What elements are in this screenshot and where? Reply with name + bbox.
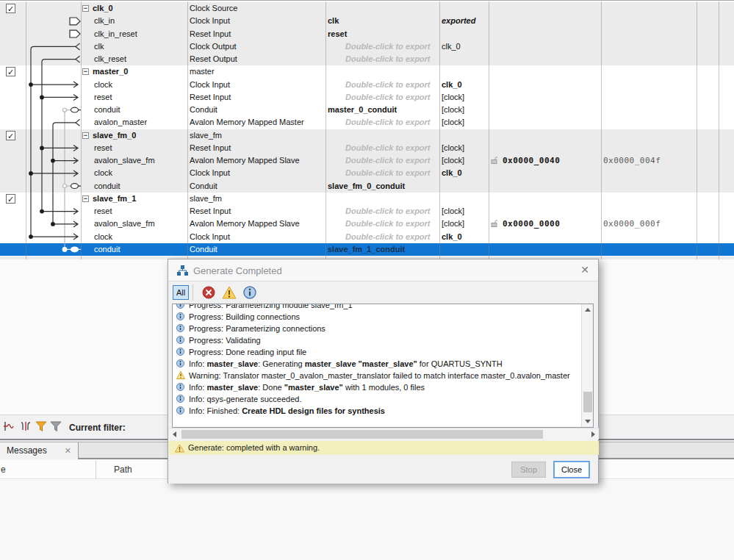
scroll-right-icon[interactable] <box>591 431 595 437</box>
horizontal-scrollbar[interactable] <box>169 428 599 439</box>
message-row[interactable]: Info: Finished: Create HDL design files … <box>173 405 581 417</box>
export-cell[interactable]: Double-click to export <box>328 40 438 53</box>
message-row[interactable]: Progress: Parameterizing module slave_fm… <box>173 304 581 311</box>
export-cell[interactable]: Double-click to export <box>328 231 438 243</box>
export-cell[interactable]: Double-click to export <box>328 79 438 91</box>
include-checkbox[interactable]: ✓ <box>6 67 15 76</box>
filter-all-button[interactable]: All <box>173 285 189 300</box>
base-address-cell[interactable]: 0x0000_0040 <box>491 154 600 167</box>
message-row[interactable]: Progress: Building connections <box>173 311 581 323</box>
clock-cell[interactable]: clk_0 <box>442 40 487 53</box>
table-row[interactable]: clk_in_resetReset Inputreset <box>0 28 734 40</box>
close-button[interactable]: Close <box>553 461 590 478</box>
export-cell[interactable]: clk <box>328 15 438 27</box>
message-row[interactable]: Info: qsys-generate succeeded. <box>173 393 581 405</box>
table-row[interactable]: ✓−slave_fm_1slave_fm <box>0 193 734 205</box>
filter-errors-icon[interactable] <box>201 284 217 301</box>
table-row[interactable]: avalon_slave_fmAvalon Memory Mapped Slav… <box>0 154 734 167</box>
table-row[interactable]: clockClock InputDouble-click to exportcl… <box>0 79 734 91</box>
export-cell[interactable]: Double-click to export <box>328 205 438 218</box>
export-cell[interactable] <box>328 2 438 15</box>
clock-cell[interactable]: exported <box>442 15 487 27</box>
clock-cell[interactable]: clk_0 <box>442 231 487 243</box>
export-cell[interactable]: Double-click to export <box>328 142 438 154</box>
table-row[interactable]: avalon_masterAvalon Memory Mapped Master… <box>0 116 734 129</box>
collapse-toggle-icon[interactable]: − <box>82 132 89 139</box>
export-cell[interactable]: Double-click to export <box>328 116 438 129</box>
clock-cell[interactable]: [clock] <box>442 218 487 230</box>
export-cell[interactable]: master_0_conduit <box>328 104 438 116</box>
filter-info-icon[interactable] <box>242 284 258 301</box>
table-row[interactable]: avalon_slave_fmAvalon Memory Mapped Slav… <box>0 218 734 230</box>
export-cell[interactable] <box>328 129 438 142</box>
table-row[interactable]: resetReset InputDouble-click to export[c… <box>0 205 734 218</box>
clock-cell[interactable]: [clock] <box>442 104 487 116</box>
clock-cell[interactable] <box>442 53 487 65</box>
dialog-message-list[interactable]: Progress: Parameterizing module slave_fm… <box>172 304 594 428</box>
tab-close-icon[interactable]: ✕ <box>65 442 71 459</box>
export-cell[interactable]: slave_fm_0_conduit <box>328 180 438 193</box>
message-row[interactable]: Progress: Parameterizing connections <box>173 323 581 334</box>
clock-cell[interactable] <box>442 193 487 205</box>
message-row[interactable]: Warning: Translator master_0_avalon_mast… <box>173 370 581 381</box>
filter-funnel-clear-icon[interactable] <box>50 421 62 432</box>
clock-cell[interactable] <box>442 180 487 193</box>
filter-warnings-icon[interactable] <box>221 284 237 301</box>
tab-messages[interactable]: Messages ✕ <box>0 442 79 459</box>
signal-filter-icon-2[interactable] <box>19 420 32 433</box>
export-cell[interactable]: slave_fm_1_conduit <box>328 243 438 256</box>
vertical-scrollbar[interactable] <box>581 304 593 427</box>
clock-cell[interactable]: [clock] <box>442 142 487 154</box>
include-checkbox[interactable]: ✓ <box>6 194 15 204</box>
message-row[interactable]: Info: master_slave: Generating master_sl… <box>173 358 581 370</box>
export-cell[interactable] <box>328 65 438 78</box>
clock-cell[interactable] <box>442 28 487 40</box>
collapse-toggle-icon[interactable]: − <box>82 68 89 75</box>
export-cell[interactable]: Double-click to export <box>328 218 438 230</box>
table-row[interactable]: clkClock OutputDouble-click to exportclk… <box>0 40 734 53</box>
collapse-toggle-icon[interactable]: − <box>82 195 89 202</box>
clock-cell[interactable]: clk_0 <box>442 167 487 179</box>
clock-cell[interactable] <box>442 243 487 256</box>
filter-funnel-active-icon[interactable] <box>35 421 48 432</box>
scroll-up-icon[interactable] <box>585 308 591 312</box>
table-row[interactable]: conduitConduitslave_fm_1_conduit <box>0 243 734 256</box>
message-row[interactable]: Info: master_slave: Done "master_slave" … <box>173 381 581 393</box>
table-row[interactable]: clk_inClock Inputclkexported <box>0 15 734 27</box>
clock-cell[interactable]: [clock] <box>442 116 487 129</box>
horizontal-scroll-thumb[interactable] <box>181 430 543 439</box>
table-row[interactable]: conduitConduitslave_fm_0_conduit <box>0 180 734 193</box>
dialog-title-bar[interactable]: Generate Completed ✕ <box>168 259 598 281</box>
table-row[interactable]: resetReset InputDouble-click to export[c… <box>0 91 734 104</box>
clock-cell[interactable]: clk_0 <box>442 79 487 91</box>
table-row[interactable]: clockClock InputDouble-click to exportcl… <box>0 231 734 243</box>
table-row[interactable]: ✓−slave_fm_0slave_fm <box>0 129 734 142</box>
scroll-down-icon[interactable] <box>585 420 591 423</box>
export-cell[interactable]: Double-click to export <box>328 154 438 167</box>
clock-cell[interactable] <box>442 65 487 78</box>
collapse-toggle-icon[interactable]: − <box>82 5 89 12</box>
base-address-cell[interactable]: 0x0000_0000 <box>491 218 600 230</box>
table-row[interactable]: resetReset InputDouble-click to export[c… <box>0 142 734 154</box>
lock-open-icon[interactable] <box>491 220 497 227</box>
export-cell[interactable]: Double-click to export <box>328 91 438 104</box>
clock-cell[interactable]: [clock] <box>442 205 487 218</box>
table-row[interactable]: conduitConduitmaster_0_conduit[clock] <box>0 104 734 116</box>
include-checkbox[interactable]: ✓ <box>6 131 15 140</box>
message-row[interactable]: Progress: Done reading input file <box>173 346 581 358</box>
export-cell[interactable]: Double-click to export <box>328 53 438 65</box>
clock-cell[interactable]: [clock] <box>442 154 487 167</box>
export-cell[interactable]: Double-click to export <box>328 167 438 179</box>
message-row[interactable]: Progress: Validating <box>173 334 581 346</box>
clock-cell[interactable]: [clock] <box>442 91 487 104</box>
include-checkbox[interactable]: ✓ <box>6 4 15 13</box>
export-cell[interactable] <box>328 193 438 205</box>
table-row[interactable]: clockClock InputDouble-click to exportcl… <box>0 167 734 179</box>
table-row[interactable]: ✓−master_0master <box>0 65 734 78</box>
stop-button[interactable]: Stop <box>511 462 546 478</box>
signal-filter-icon-1[interactable] <box>3 420 16 433</box>
export-cell[interactable]: reset <box>328 28 438 40</box>
dialog-close-icon[interactable]: ✕ <box>580 264 589 276</box>
vertical-scroll-thumb[interactable] <box>583 392 592 412</box>
table-row[interactable]: clk_resetReset OutputDouble-click to exp… <box>0 53 734 65</box>
